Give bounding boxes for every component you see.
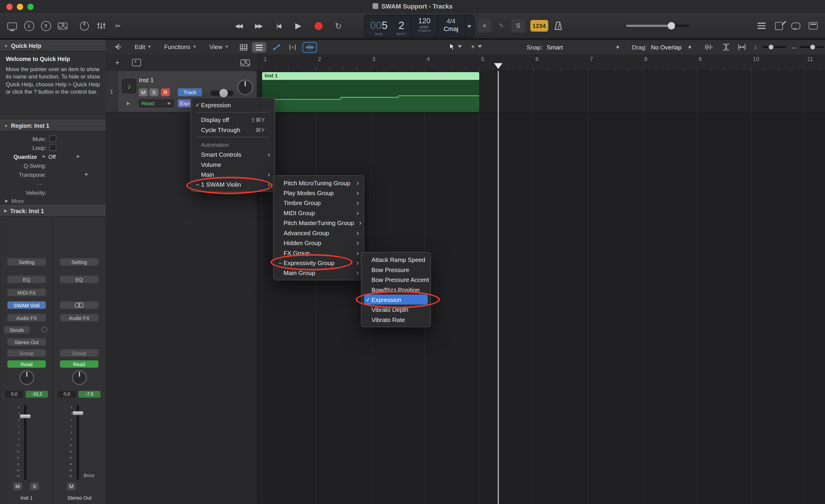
- solo-button[interactable]: S: [30, 482, 39, 490]
- menu-item[interactable]: [196, 112, 270, 112]
- grid-view-button[interactable]: [236, 42, 250, 53]
- functions-menu[interactable]: Functions: [164, 44, 196, 50]
- loop-browser-button[interactable]: [789, 19, 802, 32]
- menu-item[interactable]: MIDI Group ›: [274, 208, 364, 218]
- mixer-button[interactable]: [94, 19, 108, 32]
- track-record-enable-button[interactable]: R: [161, 88, 170, 96]
- track-name[interactable]: Inst 1: [139, 77, 154, 83]
- pan-value[interactable]: 0,0: [5, 391, 23, 398]
- fader-handle[interactable]: [20, 414, 30, 418]
- menu-item[interactable]: Volume: [191, 160, 275, 169]
- mute-button[interactable]: M: [13, 482, 22, 490]
- horizontal-auto-zoom-button[interactable]: [738, 44, 746, 52]
- volume-value[interactable]: -10,2: [26, 391, 48, 398]
- list-editors-button[interactable]: [755, 19, 768, 32]
- metronome-button[interactable]: [551, 19, 565, 32]
- slider-handle[interactable]: [810, 45, 815, 50]
- volume-value[interactable]: -7,5: [78, 391, 100, 398]
- track-alternatives-button[interactable]: [239, 58, 251, 67]
- mute-button[interactable]: M: [67, 482, 76, 490]
- send-knob[interactable]: [42, 327, 48, 332]
- menu-item[interactable]: Cycle Through ⌘Y: [191, 125, 275, 135]
- play-button[interactable]: ▶: [291, 18, 306, 33]
- inspector-button[interactable]: i: [22, 19, 36, 32]
- playhead-handle[interactable]: [494, 63, 503, 69]
- solo-button[interactable]: S: [512, 19, 525, 32]
- catch-playhead-button[interactable]: [302, 42, 317, 53]
- automation-mode-button[interactable]: Read: [7, 360, 46, 368]
- record-button[interactable]: [310, 18, 326, 33]
- cycle-button[interactable]: ↻: [330, 18, 346, 33]
- automation-view-button[interactable]: [269, 42, 284, 53]
- menu-item[interactable]: Bow Pressure Accent: [361, 274, 430, 284]
- midi-fx-slot[interactable]: MIDI FX: [7, 289, 46, 296]
- lcd-display[interactable]: 005 BAR 2 BEAT 120 KEEP TEMPO 4/4 Cmaj: [364, 15, 475, 38]
- automation-mode-button[interactable]: Read: [60, 360, 98, 368]
- drag-stepper[interactable]: [688, 44, 693, 51]
- quantize-menu-stepper[interactable]: [76, 154, 80, 159]
- format-button[interactable]: [60, 302, 98, 309]
- menu-item[interactable]: [196, 137, 270, 137]
- view-menu[interactable]: View: [210, 44, 228, 50]
- track-mute-button[interactable]: M: [139, 88, 148, 96]
- toolbar-toggle-button[interactable]: [56, 19, 69, 32]
- stop-button[interactable]: |◀: [271, 18, 286, 33]
- menu-item[interactable]: Pitch MasterTuning Group ›: [274, 218, 364, 228]
- note-pads-button[interactable]: [772, 19, 785, 32]
- mute-checkbox[interactable]: [50, 135, 56, 142]
- menu-item[interactable]: Play Modes Group ›: [274, 188, 364, 198]
- region-inspector-header[interactable]: ▼ Region: Inst 1: [0, 120, 106, 132]
- loop-checkbox[interactable]: [50, 144, 56, 151]
- menu-item[interactable]: Pitch MicroTuning Group ›: [274, 178, 364, 188]
- track-view-button[interactable]: [252, 42, 266, 53]
- menu-item[interactable]: Automation: [191, 140, 275, 149]
- audio-fx-slot[interactable]: Audio FX: [7, 314, 46, 322]
- quick-help-header[interactable]: ▼ Quick Help: [0, 40, 106, 52]
- volume-handle[interactable]: [668, 22, 675, 29]
- track-solo-button[interactable]: S: [149, 88, 158, 96]
- track-inspector-header[interactable]: ▶ Track: Inst 1: [0, 205, 106, 217]
- rewind-button[interactable]: ◀◀: [230, 18, 246, 33]
- drag-control[interactable]: Drag: No Overlap: [632, 44, 693, 51]
- midi-capture-button[interactable]: [113, 43, 122, 53]
- sends-slot[interactable]: Sends: [4, 326, 29, 333]
- transpose-stepper[interactable]: [84, 171, 88, 177]
- pan-knob[interactable]: [19, 370, 34, 385]
- pan-value[interactable]: 0,0: [58, 391, 76, 398]
- fader-handle[interactable]: [73, 411, 83, 415]
- setting-button[interactable]: Setting: [60, 258, 98, 266]
- drag-value[interactable]: No Overlap: [651, 44, 682, 50]
- secondary-tool-menu[interactable]: +: [471, 43, 482, 51]
- automation-mode-dropdown[interactable]: Read: [139, 99, 173, 107]
- no-input-monitoring-button[interactable]: ×: [478, 19, 491, 32]
- track-lane-1[interactable]: Inst 1: [257, 71, 825, 113]
- snap-value[interactable]: Smart: [547, 44, 563, 50]
- vertical-auto-zoom-button[interactable]: [722, 44, 730, 52]
- volume-fader[interactable]: 630369121824304060: [0, 405, 53, 480]
- audio-fx-slot[interactable]: Audio FX: [60, 314, 98, 322]
- browsers-button[interactable]: [806, 19, 820, 32]
- bounce-button[interactable]: Bnce: [84, 473, 94, 478]
- lane-area[interactable]: Inst 1: [257, 71, 825, 504]
- menu-item[interactable]: Bow Pressure: [361, 265, 430, 274]
- balance-knob[interactable]: [72, 370, 87, 385]
- output-slot[interactable]: Stereo Out: [7, 338, 46, 346]
- slider-handle[interactable]: [769, 45, 773, 50]
- snap-control[interactable]: Snap: Smart: [527, 44, 620, 51]
- quick-help-button[interactable]: ?: [39, 19, 53, 32]
- menu-item[interactable]: Attack Ramp Speed: [361, 255, 430, 264]
- more-disclosure[interactable]: ▶ More: [0, 197, 106, 205]
- count-in-button[interactable]: 1234: [530, 20, 548, 31]
- volume-fader[interactable]: 630369121824304060: [53, 405, 106, 480]
- pencil-button[interactable]: ✎: [495, 19, 508, 32]
- setting-button[interactable]: Setting: [7, 258, 46, 266]
- duplicate-track-button[interactable]: [130, 58, 143, 67]
- smart-controls-button[interactable]: [77, 19, 91, 32]
- flex-button[interactable]: [285, 42, 299, 53]
- toggle-knob[interactable]: [219, 89, 228, 97]
- group-slot[interactable]: Group: [7, 349, 46, 357]
- horizontal-zoom-slider[interactable]: [800, 46, 824, 48]
- track-icon[interactable]: ♪: [122, 79, 136, 93]
- editors-button[interactable]: ✂: [111, 19, 125, 32]
- snap-stepper[interactable]: [615, 44, 620, 51]
